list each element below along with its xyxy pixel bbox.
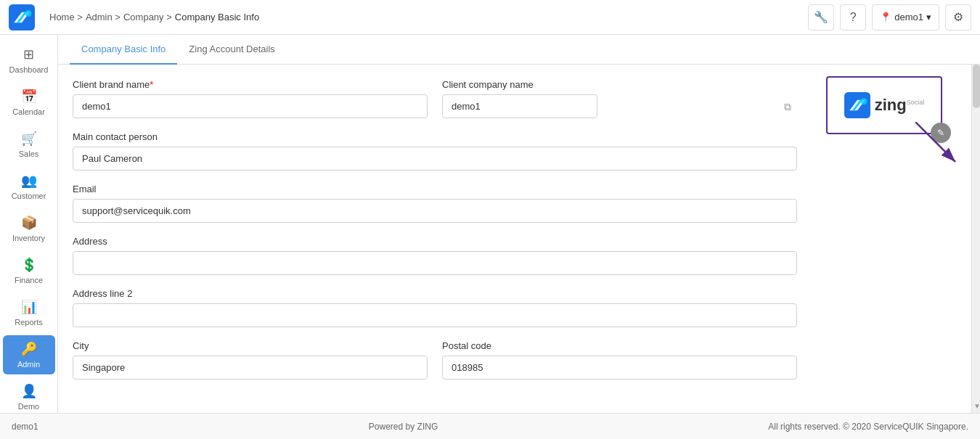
- sales-icon: 🛒: [21, 131, 37, 147]
- sidebar-label-admin: Admin: [17, 360, 40, 369]
- form-group-email: Email: [73, 184, 797, 223]
- sidebar-label-dashboard: Dashboard: [9, 65, 49, 74]
- form-area: zingSocial ✎: [58, 65, 971, 413]
- sidebar-label-calendar: Calendar: [12, 107, 45, 116]
- inventory-icon: 📦: [21, 215, 37, 231]
- dashboard-icon: ⊞: [23, 46, 34, 62]
- input-contact[interactable]: [73, 147, 797, 171]
- location-label: demo1: [894, 12, 923, 22]
- form-group-contact: Main contact person: [73, 131, 797, 171]
- required-marker: *: [150, 79, 153, 90]
- admin-icon: 🔑: [21, 341, 37, 357]
- customer-icon: 👥: [21, 173, 37, 189]
- label-address: Address: [73, 236, 797, 247]
- sidebar-item-dashboard[interactable]: ⊞ Dashboard: [3, 41, 55, 80]
- sidebar-item-admin[interactable]: 🔑 Admin: [3, 335, 55, 374]
- preview-logo-icon: [844, 92, 870, 118]
- reports-icon: 📊: [21, 299, 37, 315]
- input-email[interactable]: [73, 199, 797, 223]
- sidebar-label-finance: Finance: [15, 276, 43, 284]
- sidebar-item-finance[interactable]: 💲 Finance: [3, 251, 55, 290]
- label-postal: Postal code: [442, 340, 797, 351]
- sidebar-item-inventory[interactable]: 📦 Inventory: [3, 209, 55, 248]
- top-nav: Home > Admin > Company > Company Basic I…: [0, 0, 980, 35]
- sidebar-label-customer: Customer: [12, 192, 46, 200]
- label-contact: Main contact person: [73, 131, 797, 142]
- location-icon: 📍: [880, 12, 891, 22]
- sidebar-item-calendar[interactable]: 📅 Calendar: [3, 83, 55, 122]
- copy-icon: ⧉: [784, 100, 791, 112]
- sidebar-item-sales[interactable]: 🛒 Sales: [3, 125, 55, 164]
- label-company-name: Client company name: [442, 79, 797, 90]
- help-button[interactable]: ?: [840, 4, 866, 30]
- sidebar: ⊞ Dashboard 📅 Calendar 🛒 Sales 👥 Custome…: [0, 35, 58, 413]
- form-row-email: Email: [73, 184, 797, 223]
- sidebar-label-sales: Sales: [19, 149, 39, 158]
- footer-copyright: All rights reserved. © 2020 ServiceQUIK …: [768, 422, 968, 432]
- scroll-down-arrow[interactable]: ▼: [973, 402, 980, 410]
- form-group-address: Address: [73, 236, 797, 275]
- footer-powered-by: Powered by ZING: [369, 422, 438, 432]
- input-address2[interactable]: [73, 303, 797, 327]
- breadcrumb-admin[interactable]: Admin >: [86, 12, 121, 22]
- company-name-field-wrapper: ⧉: [442, 94, 797, 118]
- zing-logo-icon: [9, 4, 35, 30]
- form-group-address2: Address line 2: [73, 288, 797, 327]
- logo-preview-inner: zingSocial: [844, 92, 925, 118]
- breadcrumb-current: Company Basic Info: [175, 12, 259, 22]
- settings-button[interactable]: ⚙: [945, 4, 971, 30]
- main-layout: ⊞ Dashboard 📅 Calendar 🛒 Sales 👥 Custome…: [0, 35, 980, 413]
- input-brand-name[interactable]: [73, 94, 428, 118]
- svg-point-1: [25, 10, 32, 17]
- calendar-icon: 📅: [21, 89, 37, 104]
- sidebar-item-customer[interactable]: 👥 Customer: [3, 167, 55, 206]
- tab-zing-account-details[interactable]: Zing Account Details: [177, 35, 287, 65]
- form-group-postal: Postal code: [442, 340, 797, 379]
- demo-icon: 👤: [21, 383, 37, 399]
- tabs-bar: Company Basic Info Zing Account Details: [58, 35, 980, 65]
- form-row-contact: Main contact person: [73, 131, 797, 171]
- logo-preview: zingSocial ✎: [826, 76, 942, 134]
- input-company-name[interactable]: [442, 94, 597, 118]
- label-email: Email: [73, 184, 797, 194]
- content-area: Company Basic Info Zing Account Details …: [58, 35, 980, 413]
- form-group-company-name: Client company name ⧉: [442, 79, 797, 118]
- input-postal[interactable]: [442, 356, 797, 379]
- sidebar-label-reports: Reports: [15, 318, 43, 327]
- logo-arrow-icon: [915, 122, 966, 173]
- input-city[interactable]: [73, 356, 428, 379]
- preview-zing-text: zingSocial: [875, 96, 925, 115]
- breadcrumb-company[interactable]: Company >: [123, 12, 172, 22]
- form-row-address: Address: [73, 236, 797, 275]
- footer-tenant: demo1: [12, 422, 38, 432]
- bottom-bar: demo1 Powered by ZING All rights reserve…: [0, 413, 980, 439]
- location-selector[interactable]: 📍 demo1 ▾: [872, 4, 939, 30]
- nav-actions: 🔧 ? 📍 demo1 ▾ ⚙: [808, 4, 971, 30]
- svg-point-3: [860, 98, 867, 104]
- sidebar-label-inventory: Inventory: [12, 234, 45, 242]
- breadcrumb: Home > Admin > Company > Company Basic I…: [49, 12, 802, 22]
- form-group-city: City: [73, 340, 428, 379]
- chevron-down-icon: ▾: [926, 12, 931, 22]
- tab-company-basic-info[interactable]: Company Basic Info: [70, 35, 177, 65]
- input-address[interactable]: [73, 251, 797, 275]
- wand-button[interactable]: 🔧: [808, 4, 834, 30]
- label-address2: Address line 2: [73, 288, 797, 299]
- sidebar-label-demo: Demo: [18, 402, 39, 411]
- preview-zing-sup: Social: [907, 99, 925, 106]
- logo-area: [9, 4, 35, 30]
- finance-icon: 💲: [21, 257, 37, 273]
- form-group-brand-name: Client brand name*: [73, 79, 428, 118]
- label-city: City: [73, 340, 428, 351]
- sidebar-item-reports[interactable]: 📊 Reports: [3, 293, 55, 332]
- form-row-city-postal: City Postal code: [73, 340, 797, 379]
- breadcrumb-home[interactable]: Home >: [49, 12, 83, 22]
- scrollbar-track: ▼: [971, 65, 980, 413]
- form-row-address2: Address line 2: [73, 288, 797, 327]
- scrollbar-thumb[interactable]: [973, 65, 980, 108]
- sidebar-item-demo[interactable]: 👤 Demo: [3, 377, 55, 413]
- label-brand-name: Client brand name*: [73, 79, 428, 90]
- form-row-names: Client brand name* Client company name ⧉: [73, 79, 797, 118]
- svg-line-5: [915, 122, 955, 162]
